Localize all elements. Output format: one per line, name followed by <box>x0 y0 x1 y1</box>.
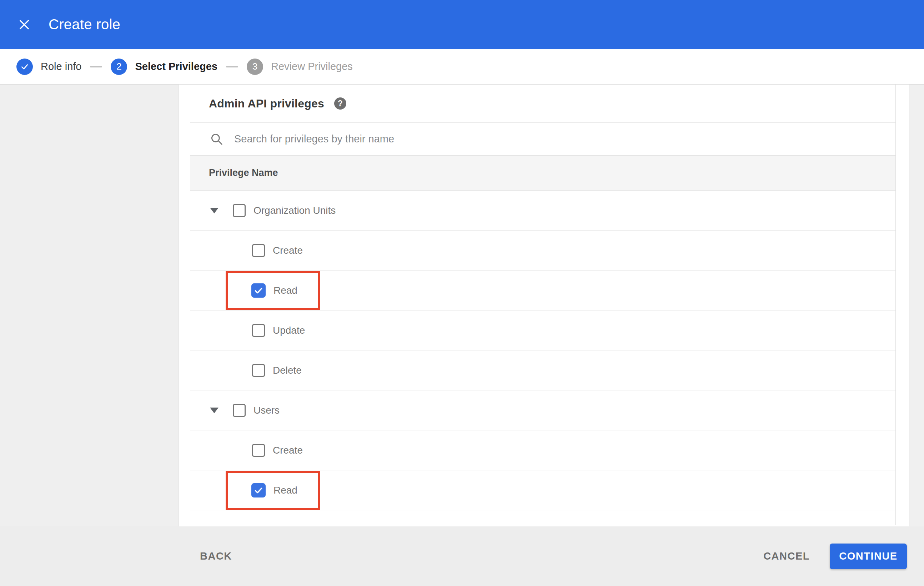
expand-arrow-icon[interactable] <box>210 208 218 213</box>
search-icon <box>210 132 223 146</box>
checkmark-icon <box>253 285 264 296</box>
checkmark-icon <box>20 62 29 71</box>
step-1-circle <box>16 59 33 75</box>
privilege-checkbox[interactable] <box>252 244 265 257</box>
privilege-checkbox[interactable] <box>251 483 266 497</box>
table-header: Privilege Name <box>190 155 896 191</box>
table-row: Delete <box>190 351 896 390</box>
table-row: Create <box>190 430 896 470</box>
continue-button[interactable]: CONTINUE <box>830 543 907 569</box>
annotation-highlight <box>226 271 320 310</box>
search-input[interactable] <box>234 133 896 145</box>
annotation-highlight <box>226 471 320 510</box>
privilege-label: Update <box>273 325 305 336</box>
privilege-checkbox[interactable] <box>233 204 246 217</box>
step-separator <box>226 66 238 67</box>
table-row: Read <box>190 270 896 311</box>
privilege-label: Delete <box>273 365 302 376</box>
back-button[interactable]: BACK <box>196 544 236 568</box>
privilege-label: Create <box>273 444 303 456</box>
step-separator <box>90 66 102 67</box>
column-header-privilege-name: Privilege Name <box>209 167 278 178</box>
scrollbar-track[interactable] <box>909 85 924 527</box>
privileges-card: Admin API privileges ? Privilege Name Or… <box>190 85 896 525</box>
privilege-checkbox[interactable] <box>252 444 265 457</box>
table-row: Organization Units <box>190 191 896 230</box>
privilege-label: Create <box>273 245 303 256</box>
close-icon <box>18 18 30 31</box>
step-3-label: Review Privileges <box>271 61 353 72</box>
privilege-label: Users <box>254 405 280 416</box>
left-sidebar <box>0 85 178 527</box>
close-button[interactable] <box>16 17 32 33</box>
expand-arrow-icon[interactable] <box>210 408 218 413</box>
section-title: Admin API privileges <box>209 97 324 110</box>
content-region: Admin API privileges ? Privilege Name Or… <box>0 85 924 527</box>
table-stub-row <box>190 510 896 525</box>
help-icon[interactable]: ? <box>334 97 346 110</box>
privilege-table-body: Organization UnitsCreateReadUpdateDelete… <box>190 191 896 510</box>
main-panel: Admin API privileges ? Privilege Name Or… <box>178 85 924 527</box>
checkmark-icon <box>253 485 264 496</box>
privilege-label: Read <box>274 285 297 296</box>
step-3-circle: 3 <box>247 59 263 75</box>
table-row: Read <box>190 470 896 510</box>
wizard-stepper: Role info 2 Select Privileges 3 Review P… <box>0 49 924 85</box>
step-review-privileges[interactable]: 3 Review Privileges <box>247 59 353 75</box>
footer-bar: BACK CANCEL CONTINUE <box>0 527 924 586</box>
page-title: Create role <box>49 16 120 33</box>
cancel-button[interactable]: CANCEL <box>760 544 813 568</box>
privilege-checkbox[interactable] <box>251 283 266 298</box>
card-heading: Admin API privileges ? <box>190 85 896 122</box>
appbar: Create role <box>0 0 924 49</box>
step-2-circle: 2 <box>111 59 127 75</box>
table-row: Users <box>190 390 896 430</box>
privilege-checkbox[interactable] <box>252 324 265 337</box>
privilege-label: Organization Units <box>254 205 336 216</box>
step-2-label: Select Privileges <box>135 61 218 72</box>
privilege-label: Read <box>274 485 297 496</box>
table-row: Update <box>190 311 896 351</box>
step-select-privileges[interactable]: 2 Select Privileges <box>111 59 218 75</box>
table-row: Create <box>190 230 896 270</box>
privilege-checkbox[interactable] <box>233 404 246 417</box>
step-1-label: Role info <box>41 61 81 72</box>
privilege-checkbox[interactable] <box>252 364 265 377</box>
step-role-info[interactable]: Role info <box>16 59 81 75</box>
search-bar <box>190 122 896 155</box>
